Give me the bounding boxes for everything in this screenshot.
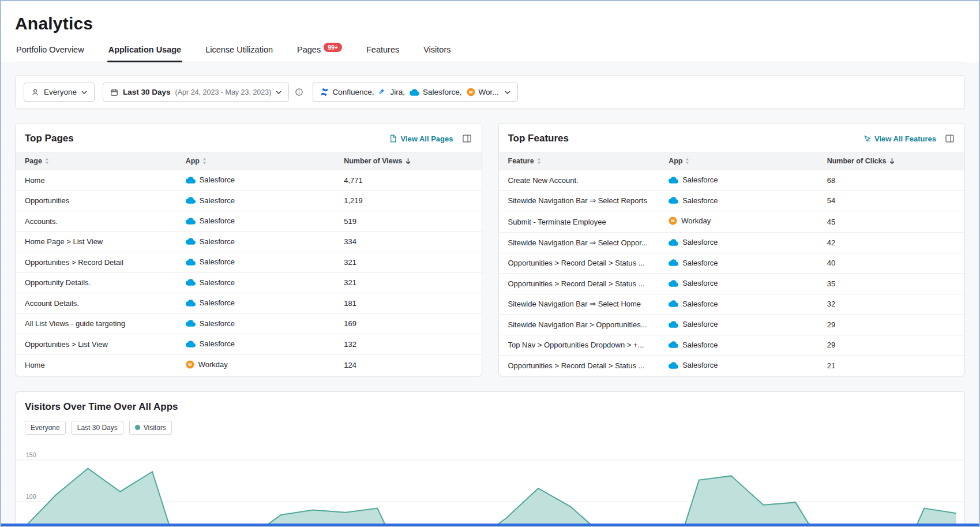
- tab-license-utilization[interactable]: License Utilization: [204, 45, 274, 62]
- top-features-table-body: Create New Account.Salesforce68Sitewide …: [499, 170, 965, 376]
- tab-application-usage[interactable]: Application Usage: [107, 45, 183, 62]
- row-value-cell: 35: [820, 274, 964, 294]
- date-filter-group: Last 30 Days (Apr 24, 2023 - May 23, 202…: [103, 83, 305, 102]
- table-row[interactable]: Submit - Terminate EmployeewWorkday45: [499, 211, 965, 233]
- table-row[interactable]: Opportunity Details.Salesforce321: [16, 272, 482, 293]
- app-name: Salesforce: [682, 300, 718, 308]
- table-row[interactable]: Opportunities > List ViewSalesforce132: [16, 334, 482, 355]
- table-row[interactable]: HomeSalesforce4,771: [16, 170, 482, 191]
- visitors-chart-panel: Visitors Over Time Over All Apps Everyon…: [15, 391, 965, 527]
- view-all-features-link[interactable]: View All Features: [863, 134, 936, 143]
- top-pages-table-body: HomeSalesforce4,771OpportunitiesSalesfor…: [16, 170, 482, 376]
- row-name-cell: Accounts.: [16, 211, 179, 232]
- table-row[interactable]: Account Details.Salesforce181: [16, 293, 482, 314]
- top-features-panel: Top Features View All Features FeatureAp…: [498, 123, 966, 376]
- workday-icon: w: [669, 216, 677, 225]
- visitors-legend-chip[interactable]: Visitors: [129, 421, 172, 435]
- column-header-app[interactable]: App: [179, 152, 337, 170]
- top-features-table: FeatureAppNumber of Clicks Create New Ac…: [499, 152, 965, 376]
- table-row[interactable]: All List Views - guide targetingSalesfor…: [16, 313, 482, 334]
- calendar-icon: [110, 88, 118, 96]
- row-name-cell: Home Page > List View: [16, 231, 179, 252]
- column-header-feature[interactable]: Feature: [499, 152, 662, 170]
- tab-features[interactable]: Features: [365, 45, 400, 62]
- row-name-cell: Create New Account.: [499, 170, 662, 191]
- date-range-dropdown[interactable]: Last 30 Days (Apr 24, 2023 - May 23, 202…: [103, 83, 289, 102]
- row-name-cell: Opportunities > Record Detail: [16, 252, 179, 273]
- table-row[interactable]: Opportunities > Record Detail > Status .…: [499, 253, 965, 274]
- date-info-button[interactable]: [294, 87, 305, 98]
- salesforce-icon: [669, 341, 678, 348]
- column-label: Number of Views: [344, 157, 402, 165]
- table-row[interactable]: Sitewide Navigation Bar ⇒ Select Reports…: [499, 190, 965, 211]
- filter-bar: Everyone Last 30 Days (Apr 24, 2023 - Ma…: [15, 75, 965, 109]
- row-app-cell: Salesforce: [179, 334, 337, 355]
- table-row[interactable]: Opportunities > Record Detail > Status .…: [499, 356, 965, 376]
- tab-portfolio-overview[interactable]: Portfolio Overview: [15, 45, 85, 62]
- row-value-cell: 21: [820, 356, 964, 376]
- segment-filter-label: Everyone: [44, 88, 77, 96]
- app-name: Salesforce: [682, 238, 718, 246]
- svg-text:150: 150: [26, 451, 36, 458]
- column-label: Page: [25, 157, 42, 165]
- table-row[interactable]: Accounts.Salesforce519: [16, 211, 482, 232]
- apps-filter-dropdown[interactable]: Confluence,Jira,Salesforce,wWor...: [313, 83, 517, 102]
- table-row[interactable]: Opportunities > Record DetailSalesforce3…: [16, 252, 482, 273]
- column-header-app[interactable]: App: [662, 152, 820, 170]
- tab-visitors[interactable]: Visitors: [422, 45, 452, 62]
- table-row[interactable]: Opportunities > Record Detail > Status .…: [499, 274, 965, 294]
- app-name: Salesforce: [200, 216, 235, 225]
- table-row[interactable]: Sitewide Navigation Bar > Opportunities.…: [499, 315, 965, 335]
- row-name-cell: Opportunities > Record Detail > Status .…: [499, 274, 662, 294]
- top-tables-row: Top Pages View All Pages PageAppNumber o…: [15, 123, 965, 376]
- row-name-cell: Account Details.: [16, 293, 179, 314]
- main-content: Everyone Last 30 Days (Apr 24, 2023 - Ma…: [0, 62, 980, 527]
- app-name: Salesforce: [200, 339, 235, 348]
- row-app-cell: Salesforce: [662, 233, 820, 253]
- row-app-cell: Salesforce: [662, 294, 820, 315]
- top-pages-table: PageAppNumber of Views HomeSalesforce4,7…: [16, 152, 482, 376]
- row-name-cell: Sitewide Navigation Bar > Opportunities.…: [499, 315, 662, 335]
- expand-top-features-button[interactable]: [944, 133, 955, 144]
- app-name: Workday: [198, 360, 228, 369]
- row-app-cell: Salesforce: [179, 293, 337, 314]
- table-row[interactable]: Sitewide Navigation Bar ⇒ Select HomeSal…: [499, 294, 965, 315]
- row-value-cell: 68: [820, 170, 964, 191]
- row-value-cell: 29: [820, 335, 964, 356]
- chip-label: Last 30 Days: [77, 424, 118, 432]
- chevron-down-icon: [81, 91, 87, 94]
- row-app-cell: Salesforce: [662, 315, 820, 335]
- table-row[interactable]: HomewWorkday124: [16, 354, 482, 376]
- column-header-page[interactable]: Page: [16, 152, 179, 170]
- table-row[interactable]: Sitewide Navigation Bar ⇒ Select Oppor..…: [499, 233, 965, 253]
- date-range-chip[interactable]: Last 30 Days: [72, 421, 123, 435]
- segment-filter-dropdown[interactable]: Everyone: [24, 83, 95, 102]
- column-header-number-of-views[interactable]: Number of Views: [337, 152, 481, 170]
- sort-icon: [45, 158, 49, 165]
- person-icon: [31, 88, 39, 96]
- view-all-pages-link[interactable]: View All Pages: [389, 134, 453, 143]
- pages-count-badge: 99+: [324, 43, 342, 52]
- visitors-chart-svg: 100150: [16, 443, 964, 527]
- svg-text:w: w: [187, 362, 192, 367]
- row-app-cell: wWorkday: [179, 354, 337, 376]
- app-name: Salesforce: [682, 361, 718, 369]
- segment-chip[interactable]: Everyone: [25, 421, 66, 435]
- table-row[interactable]: Create New Account.Salesforce68: [499, 170, 965, 191]
- expand-top-pages-button[interactable]: [461, 133, 472, 144]
- visitors-area-chart: 100150: [16, 443, 964, 527]
- sort-icon: [202, 158, 206, 165]
- svg-text:w: w: [468, 89, 473, 95]
- tab-label: License Utilization: [205, 45, 273, 54]
- chip-label: Everyone: [31, 424, 60, 432]
- table-row[interactable]: OpportunitiesSalesforce1,219: [16, 190, 482, 211]
- table-row[interactable]: Top Nav > Opportunities Dropdown > +...S…: [499, 335, 965, 356]
- tab-pages[interactable]: Pages99+: [296, 45, 343, 62]
- column-label: Number of Clicks: [827, 157, 887, 165]
- top-features-header: Top Features View All Features: [499, 124, 965, 152]
- table-row[interactable]: Home Page > List ViewSalesforce334: [16, 231, 482, 252]
- row-app-cell: Salesforce: [179, 252, 337, 273]
- app-name: Salesforce: [682, 196, 718, 205]
- column-header-number-of-clicks[interactable]: Number of Clicks: [820, 152, 964, 170]
- apps-filter-selection: Confluence,Jira,Salesforce,wWor...: [320, 88, 500, 96]
